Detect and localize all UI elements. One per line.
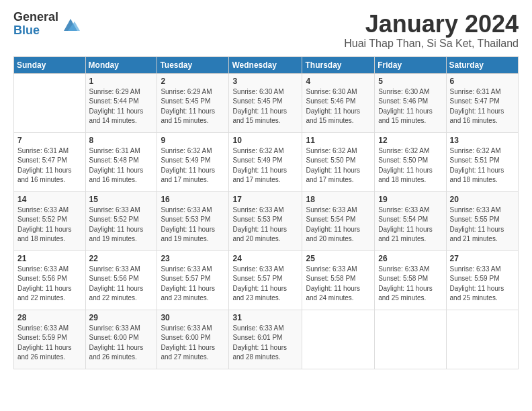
day-header-friday: Friday [375, 56, 446, 73]
day-info: Sunrise: 6:33 AMSunset: 6:01 PMDaylight:… [232, 324, 298, 363]
calendar-cell: 22Sunrise: 6:33 AMSunset: 5:56 PMDayligh… [85, 250, 157, 310]
day-number: 4 [306, 77, 371, 86]
day-info: Sunrise: 6:33 AMSunset: 5:56 PMDaylight:… [17, 265, 82, 304]
calendar-cell: 4Sunrise: 6:30 AMSunset: 5:46 PMDaylight… [302, 73, 375, 132]
calendar-cell: 29Sunrise: 6:33 AMSunset: 6:00 PMDayligh… [85, 310, 157, 369]
day-number: 10 [232, 136, 298, 145]
day-number: 15 [89, 195, 154, 204]
calendar-cell: 21Sunrise: 6:33 AMSunset: 5:56 PMDayligh… [14, 250, 86, 310]
day-number: 30 [161, 313, 225, 322]
day-info: Sunrise: 6:29 AMSunset: 5:44 PMDaylight:… [89, 87, 154, 126]
day-header-row: SundayMondayTuesdayWednesdayThursdayFrid… [14, 56, 519, 73]
day-number: 31 [232, 313, 298, 322]
calendar-cell: 13Sunrise: 6:32 AMSunset: 5:51 PMDayligh… [446, 132, 518, 191]
day-header-thursday: Thursday [302, 56, 375, 73]
logo-text: General Blue [13, 11, 58, 38]
calendar-cell: 28Sunrise: 6:33 AMSunset: 5:59 PMDayligh… [14, 310, 86, 369]
day-number: 2 [161, 77, 225, 86]
day-info: Sunrise: 6:31 AMSunset: 5:47 PMDaylight:… [450, 87, 515, 126]
day-info: Sunrise: 6:33 AMSunset: 5:59 PMDaylight:… [17, 324, 82, 363]
calendar-cell: 30Sunrise: 6:33 AMSunset: 6:00 PMDayligh… [157, 310, 229, 369]
day-number: 6 [450, 77, 515, 86]
calendar-cell: 11Sunrise: 6:32 AMSunset: 5:50 PMDayligh… [302, 132, 375, 191]
day-number: 24 [232, 254, 298, 263]
calendar-cell: 24Sunrise: 6:33 AMSunset: 5:57 PMDayligh… [229, 250, 302, 310]
day-info: Sunrise: 6:30 AMSunset: 5:46 PMDaylight:… [378, 87, 442, 126]
calendar-cell: 14Sunrise: 6:33 AMSunset: 5:52 PMDayligh… [14, 191, 86, 250]
calendar-cell: 16Sunrise: 6:33 AMSunset: 5:53 PMDayligh… [157, 191, 229, 250]
day-number: 8 [89, 136, 154, 145]
calendar-cell: 17Sunrise: 6:33 AMSunset: 5:53 PMDayligh… [229, 191, 302, 250]
day-number: 26 [378, 254, 442, 263]
day-info: Sunrise: 6:33 AMSunset: 5:55 PMDaylight:… [450, 205, 515, 244]
calendar: SundayMondayTuesdayWednesdayThursdayFrid… [13, 56, 519, 369]
day-info: Sunrise: 6:33 AMSunset: 6:00 PMDaylight:… [89, 324, 154, 363]
day-info: Sunrise: 6:33 AMSunset: 5:56 PMDaylight:… [89, 265, 154, 304]
day-info: Sunrise: 6:33 AMSunset: 5:58 PMDaylight:… [306, 265, 371, 304]
calendar-cell [375, 310, 446, 369]
day-number: 9 [161, 136, 225, 145]
day-info: Sunrise: 6:32 AMSunset: 5:50 PMDaylight:… [306, 146, 371, 185]
day-number: 22 [89, 254, 154, 263]
day-number: 19 [378, 195, 442, 204]
calendar-cell: 9Sunrise: 6:32 AMSunset: 5:49 PMDaylight… [157, 132, 229, 191]
day-info: Sunrise: 6:30 AMSunset: 5:45 PMDaylight:… [232, 87, 298, 126]
day-header-monday: Monday [85, 56, 157, 73]
day-info: Sunrise: 6:33 AMSunset: 5:53 PMDaylight:… [161, 205, 225, 244]
day-header-tuesday: Tuesday [157, 56, 229, 73]
day-info: Sunrise: 6:33 AMSunset: 6:00 PMDaylight:… [161, 324, 225, 363]
day-number: 3 [232, 77, 298, 86]
day-info: Sunrise: 6:31 AMSunset: 5:48 PMDaylight:… [89, 146, 154, 185]
day-info: Sunrise: 6:32 AMSunset: 5:51 PMDaylight:… [450, 146, 515, 185]
day-number: 21 [17, 254, 82, 263]
day-header-sunday: Sunday [14, 56, 86, 73]
calendar-cell: 8Sunrise: 6:31 AMSunset: 5:48 PMDaylight… [85, 132, 157, 191]
calendar-cell: 31Sunrise: 6:33 AMSunset: 6:01 PMDayligh… [229, 310, 302, 369]
calendar-cell [302, 310, 375, 369]
calendar-header: SundayMondayTuesdayWednesdayThursdayFrid… [14, 56, 519, 73]
day-number: 11 [306, 136, 371, 145]
day-number: 16 [161, 195, 225, 204]
day-number: 27 [450, 254, 515, 263]
day-info: Sunrise: 6:33 AMSunset: 5:54 PMDaylight:… [306, 205, 371, 244]
header: General Blue January 2024 Huai Thap Than… [13, 11, 519, 50]
day-info: Sunrise: 6:33 AMSunset: 5:58 PMDaylight:… [378, 265, 442, 304]
day-header-saturday: Saturday [446, 56, 518, 73]
calendar-cell: 2Sunrise: 6:29 AMSunset: 5:45 PMDaylight… [157, 73, 229, 132]
location: Huai Thap Than, Si Sa Ket, Thailand [344, 38, 519, 50]
day-info: Sunrise: 6:32 AMSunset: 5:49 PMDaylight:… [232, 146, 298, 185]
calendar-cell: 25Sunrise: 6:33 AMSunset: 5:58 PMDayligh… [302, 250, 375, 310]
day-number: 7 [17, 136, 82, 145]
calendar-cell: 12Sunrise: 6:32 AMSunset: 5:50 PMDayligh… [375, 132, 446, 191]
calendar-cell: 23Sunrise: 6:33 AMSunset: 5:57 PMDayligh… [157, 250, 229, 310]
day-number: 25 [306, 254, 371, 263]
day-info: Sunrise: 6:33 AMSunset: 5:59 PMDaylight:… [450, 265, 515, 304]
calendar-cell: 15Sunrise: 6:33 AMSunset: 5:52 PMDayligh… [85, 191, 157, 250]
logo-blue: Blue [13, 24, 58, 38]
calendar-cell: 5Sunrise: 6:30 AMSunset: 5:46 PMDaylight… [375, 73, 446, 132]
logo-general: General [13, 11, 58, 24]
day-number: 20 [450, 195, 515, 204]
calendar-cell: 1Sunrise: 6:29 AMSunset: 5:44 PMDaylight… [85, 73, 157, 132]
calendar-cell: 3Sunrise: 6:30 AMSunset: 5:45 PMDaylight… [229, 73, 302, 132]
calendar-cell: 27Sunrise: 6:33 AMSunset: 5:59 PMDayligh… [446, 250, 518, 310]
calendar-cell [446, 310, 518, 369]
week-row-4: 28Sunrise: 6:33 AMSunset: 5:59 PMDayligh… [14, 310, 519, 369]
day-number: 14 [17, 195, 82, 204]
week-row-1: 7Sunrise: 6:31 AMSunset: 5:47 PMDaylight… [14, 132, 519, 191]
calendar-cell: 19Sunrise: 6:33 AMSunset: 5:54 PMDayligh… [375, 191, 446, 250]
day-info: Sunrise: 6:31 AMSunset: 5:47 PMDaylight:… [17, 146, 82, 185]
day-number: 17 [232, 195, 298, 204]
calendar-cell: 20Sunrise: 6:33 AMSunset: 5:55 PMDayligh… [446, 191, 518, 250]
day-info: Sunrise: 6:32 AMSunset: 5:49 PMDaylight:… [161, 146, 225, 185]
day-info: Sunrise: 6:33 AMSunset: 5:57 PMDaylight:… [161, 265, 225, 304]
week-row-2: 14Sunrise: 6:33 AMSunset: 5:52 PMDayligh… [14, 191, 519, 250]
logo-icon [61, 15, 80, 34]
day-info: Sunrise: 6:32 AMSunset: 5:50 PMDaylight:… [378, 146, 442, 185]
day-number: 29 [89, 313, 154, 322]
calendar-cell: 10Sunrise: 6:32 AMSunset: 5:49 PMDayligh… [229, 132, 302, 191]
day-number: 13 [450, 136, 515, 145]
day-number: 28 [17, 313, 82, 322]
day-info: Sunrise: 6:33 AMSunset: 5:53 PMDaylight:… [232, 205, 298, 244]
day-info: Sunrise: 6:33 AMSunset: 5:52 PMDaylight:… [17, 205, 82, 244]
